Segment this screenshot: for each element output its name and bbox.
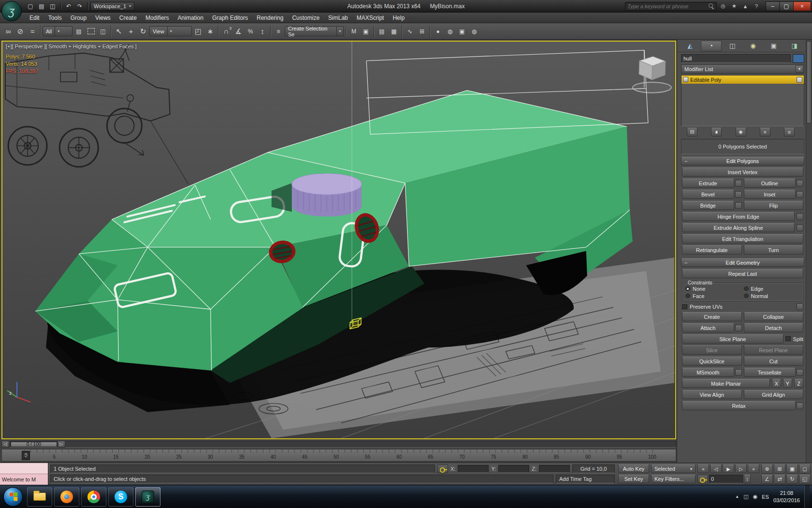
perspective-viewport[interactable]: [+][ Perspective ][ Smooth + Highlights … <box>1 41 676 439</box>
menu-simlab[interactable]: SimLab <box>324 13 352 23</box>
align-icon[interactable]: ▣ <box>360 25 372 38</box>
y-coordinate-field[interactable] <box>498 465 529 473</box>
x-coordinate-field[interactable] <box>458 465 489 473</box>
orbit-icon[interactable]: ↻ <box>786 475 798 484</box>
save-file-icon[interactable]: ◫ <box>47 1 58 11</box>
collapse-button[interactable]: Collapse <box>744 312 804 321</box>
extrude-along-spline-settings-button[interactable] <box>797 224 803 231</box>
turn-button[interactable]: Turn <box>744 245 804 254</box>
unlink-selection-icon[interactable]: ⊘ <box>14 25 26 38</box>
snaps-toggle-icon[interactable]: ∩3 <box>220 25 232 38</box>
relax-settings-button[interactable] <box>797 403 803 409</box>
set-keys-button[interactable] <box>697 475 708 483</box>
show-desktop-button[interactable] <box>804 485 810 508</box>
menu-customize[interactable]: Customize <box>288 13 324 23</box>
flip-button[interactable]: Flip <box>744 201 804 210</box>
hinge-from-edge-button[interactable]: Hinge From Edge <box>682 212 795 221</box>
field-of-view-icon[interactable]: ∠ <box>761 475 773 484</box>
cut-button[interactable]: Cut <box>744 357 804 366</box>
tab-modify[interactable]: ◔ <box>701 41 722 51</box>
constraint-normal-radio[interactable]: Normal <box>744 293 800 299</box>
select-and-link-icon[interactable]: ∞ <box>2 25 14 38</box>
communication-center-icon[interactable]: ◎ <box>718 1 728 11</box>
new-scene-icon[interactable]: ▢ <box>25 1 36 11</box>
attach-settings-button[interactable] <box>735 325 742 331</box>
bind-to-space-warp-icon[interactable]: ≈ <box>27 25 38 38</box>
time-spinner[interactable]: ↕ <box>744 475 751 483</box>
modifier-list-dropdown[interactable]: Modifier List ▾ <box>681 64 804 74</box>
spinner-snap-icon[interactable]: ↕ <box>257 25 268 38</box>
bridge-button[interactable]: Bridge <box>682 201 734 210</box>
3ds-max-logo-icon[interactable]: ʒ <box>1 1 22 21</box>
language-indicator[interactable]: ES <box>762 494 769 500</box>
menu-help[interactable]: Help <box>388 13 409 23</box>
create-button[interactable]: Create <box>682 312 742 321</box>
extrude-settings-button[interactable] <box>735 180 742 187</box>
show-hidden-icons-button[interactable]: ▲ <box>735 494 739 499</box>
minimize-button[interactable]: – <box>766 1 780 11</box>
taskbar-chrome-button[interactable] <box>81 487 106 507</box>
taskbar-firefox-button[interactable] <box>54 487 79 507</box>
pin-stack-icon[interactable]: ⊟ <box>687 128 697 136</box>
view-align-button[interactable]: View Align <box>682 390 742 399</box>
menu-tools[interactable]: Tools <box>44 13 66 23</box>
edit-geometry-header[interactable]: − Edit Geometry <box>681 258 804 267</box>
object-name-field[interactable] <box>681 54 791 63</box>
menu-graph-editors[interactable]: Graph Editors <box>208 13 252 23</box>
zoom-all-icon[interactable]: ⊞ <box>774 464 785 474</box>
select-by-name-icon[interactable]: ▤ <box>73 25 85 38</box>
bevel-button[interactable]: Bevel <box>682 190 734 199</box>
reference-coordinate-dropdown[interactable]: View ▾ <box>149 26 192 36</box>
auto-key-button[interactable]: Auto Key <box>618 464 649 473</box>
attach-button[interactable]: Attach <box>682 323 734 332</box>
taskbar-3dsmax-button[interactable]: ʒ <box>135 487 160 507</box>
viewport-label[interactable]: [+][ Perspective ][ Smooth + Highlights … <box>6 44 137 49</box>
slice-plane-button[interactable]: Slice Plane <box>682 334 783 344</box>
configure-modifier-sets-icon[interactable]: ≡ <box>784 128 795 136</box>
close-button[interactable]: × <box>794 1 811 11</box>
search-icon[interactable] <box>709 3 714 9</box>
favorites-icon[interactable]: ★ <box>729 1 739 11</box>
previous-frame-button[interactable]: ◁ <box>1 441 9 448</box>
go-to-end-button[interactable]: » <box>748 464 759 473</box>
select-and-rotate-icon[interactable]: ↻ <box>137 25 149 38</box>
open-file-icon[interactable]: ▤ <box>36 1 47 11</box>
edit-named-selection-sets-icon[interactable]: ≡ <box>273 25 284 38</box>
menu-modifiers[interactable]: Modifiers <box>141 13 174 23</box>
stack-item-editable-poly[interactable]: Editable Poly <box>682 75 804 84</box>
edit-polygons-header[interactable]: − Edit Polygons <box>681 157 804 165</box>
selection-lock-icon[interactable] <box>437 464 448 473</box>
undo-icon[interactable]: ↶ <box>63 1 74 11</box>
updates-icon[interactable]: ▲ <box>740 1 750 11</box>
graphite-ribbon-icon[interactable]: ▦ <box>388 25 400 38</box>
menu-rendering[interactable]: Rendering <box>252 13 288 23</box>
object-color-swatch[interactable] <box>793 54 804 63</box>
tab-motion[interactable]: ◉ <box>743 41 763 51</box>
render-setup-icon[interactable]: ◍ <box>444 25 456 38</box>
make-unique-icon[interactable]: ◈ <box>736 128 746 136</box>
tessellate-settings-button[interactable] <box>797 369 803 376</box>
bevel-settings-button[interactable] <box>735 191 742 198</box>
detach-button[interactable]: Detach <box>744 323 804 332</box>
retriangulate-button[interactable]: Retriangulate <box>682 245 742 254</box>
constraint-edge-radio[interactable]: Edge <box>744 286 800 292</box>
zoom-extents-all-icon[interactable]: ◻ <box>799 464 811 474</box>
tab-utilities[interactable]: ◨ <box>784 41 804 51</box>
menu-create[interactable]: Create <box>115 13 141 23</box>
command-panel-scrollbar[interactable] <box>806 40 812 463</box>
menu-animation[interactable]: Animation <box>174 13 208 23</box>
maximize-viewport-icon[interactable]: ◱ <box>799 475 811 484</box>
tray-volume-icon[interactable]: ◉ <box>753 493 758 500</box>
mirror-icon[interactable]: M <box>348 25 360 38</box>
schematic-view-icon[interactable]: ⊞ <box>416 25 428 38</box>
z-coordinate-field[interactable] <box>539 465 570 473</box>
zoom-extents-icon[interactable]: ▣ <box>786 464 798 474</box>
taskbar-skype-button[interactable]: S <box>108 487 133 507</box>
workspace-dropdown[interactable]: Workspace_1 ▾ <box>90 2 134 11</box>
curve-editor-icon[interactable]: ∿ <box>404 25 416 38</box>
viewport-scene[interactable] <box>2 42 675 438</box>
selection-filter-dropdown[interactable]: All ▾ <box>43 26 72 36</box>
add-time-tag-field[interactable]: Add Time Tag <box>556 475 615 483</box>
search-input[interactable] <box>627 3 709 9</box>
start-button[interactable] <box>3 487 23 507</box>
